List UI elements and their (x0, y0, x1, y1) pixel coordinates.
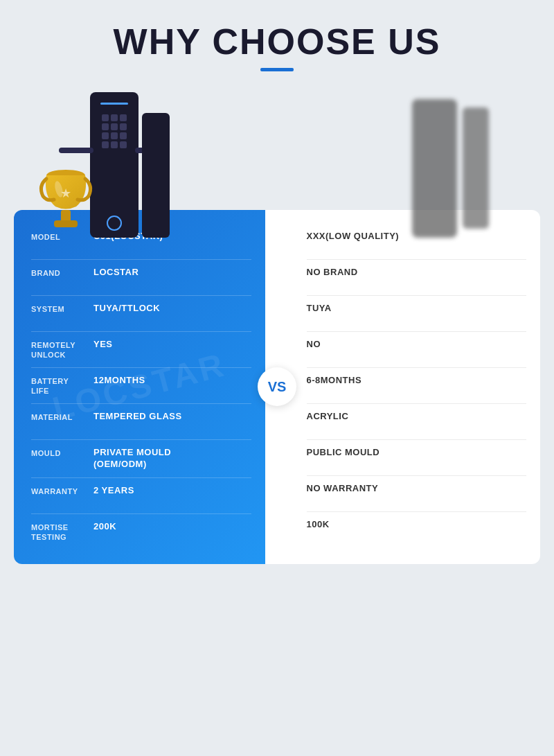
page-title: WHY CHOOSE US (114, 21, 441, 62)
row-value: NO (307, 339, 321, 351)
row-value: LOCSTAR (93, 267, 138, 279)
row-value: 12MONTHS (93, 375, 145, 387)
table-row: 100K (307, 512, 527, 548)
table-row: NO BRAND (307, 260, 527, 296)
table-row: MOULD PRIVATE MOULD(OEM/ODM) (31, 440, 251, 478)
row-label: REMOTELYUNLOCK (31, 339, 93, 360)
row-value: 200K (93, 521, 116, 533)
row-label: MATERIAL (31, 411, 93, 422)
table-row: MORTISETESTING 200K (31, 514, 251, 550)
row-value: 100K (307, 519, 330, 531)
products-row: ★ (14, 85, 540, 238)
table-row: BRAND LOCSTAR (31, 260, 251, 296)
svg-text:★: ★ (60, 186, 71, 200)
comparison-tables: LOCSTAR MODEL C91(LOCSTAR) BRAND LOCSTAR… (14, 210, 540, 564)
table-row: REMOTELYUNLOCK YES (31, 332, 251, 368)
product-right (381, 85, 519, 238)
row-label: BRAND (31, 267, 93, 278)
svg-rect-2 (54, 220, 78, 227)
table-row: NO WARRANTY (307, 476, 527, 512)
row-value: 2 YEARS (93, 485, 134, 497)
table-row: WARRANTY 2 YEARS (31, 478, 251, 514)
table-row: TUYA (307, 296, 527, 332)
row-value: ACRYLIC (307, 411, 349, 423)
row-value: PRIVATE MOULD(OEM/ODM) (93, 447, 171, 471)
vs-badge: VS (258, 367, 296, 406)
row-label: MOULD (31, 447, 93, 458)
product-left: ★ (35, 92, 170, 238)
row-value: NO WARRANTY (307, 483, 379, 495)
table-row: PUBLIC MOULD (307, 440, 527, 476)
row-value: NO BRAND (307, 267, 358, 279)
table-row: 6-8MONTHS (307, 368, 527, 404)
row-value: PUBLIC MOULD (307, 447, 380, 459)
row-value: 6-8MONTHS (307, 375, 362, 387)
lock-product-left (90, 92, 170, 238)
title-underline (260, 68, 294, 71)
blurred-lock (412, 99, 489, 238)
left-table: LOCSTAR MODEL C91(LOCSTAR) BRAND LOCSTAR… (14, 210, 265, 564)
page-container: WHY CHOOSE US (0, 0, 554, 756)
table-row: SYSTEM TUYA/TTLOCK (31, 296, 251, 332)
row-value: TUYA (307, 303, 332, 315)
row-label: MORTISETESTING (31, 521, 93, 543)
table-row: ACRYLIC (307, 404, 527, 440)
row-label: SYSTEM (31, 303, 93, 314)
row-label: WARRANTY (31, 485, 93, 496)
trophy-icon: ★ (35, 161, 97, 238)
row-value: TUYA/TTLOCK (93, 303, 160, 315)
comparison-area: ★ (14, 85, 540, 564)
table-row: MATERIAL TEMPERED GLASS (31, 404, 251, 440)
table-row: NO (307, 332, 527, 368)
row-value: YES (93, 339, 113, 351)
table-row: BATTERYLIFE 12MONTHS (31, 368, 251, 404)
row-value: TEMPERED GLASS (93, 411, 182, 423)
right-table: XXX(LOW QUALITY) NO BRAND TUYA NO 6-8MON… (265, 210, 541, 564)
row-label: BATTERYLIFE (31, 375, 93, 396)
